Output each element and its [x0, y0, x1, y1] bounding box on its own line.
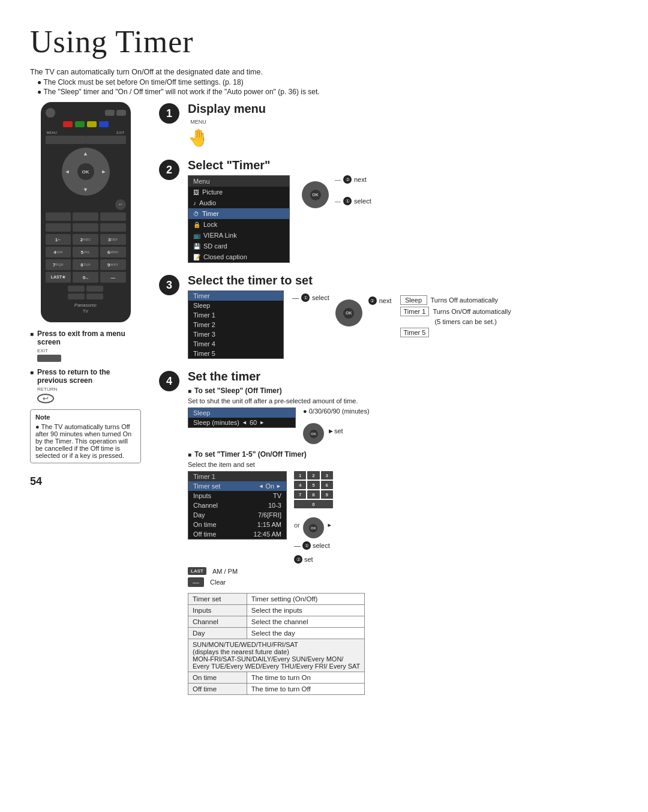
menu-btn-label: MENU: [188, 119, 209, 125]
timer15-sub-title: To set "Timer 1-5" (On/Off Timer): [188, 450, 618, 459]
sleep-label: Sleep: [400, 295, 427, 305]
ann-2-circle: ②: [343, 175, 352, 184]
desc-timerset-value: Timer setting (On/Off): [247, 594, 365, 605]
num-4[interactable]: 4GHI: [46, 247, 71, 257]
ns-5[interactable]: 5: [307, 481, 319, 489]
remote-wide-btn-1[interactable]: [46, 136, 86, 144]
ns-0[interactable]: 0: [294, 500, 333, 508]
remote-mid-btn-2[interactable]: [73, 212, 98, 221]
remote-column: MENU EXIT ▲ ▼ ◄ ► OK ↩: [30, 102, 141, 712]
remote-mid-btn-4[interactable]: [46, 223, 71, 232]
timer15-row-5: Off time 12:45 AM: [188, 529, 286, 539]
dpad-left[interactable]: ◄: [65, 169, 70, 175]
timer15-controls: Timer 1 Timer set ◄ On ►: [188, 471, 618, 564]
num-1[interactable]: 1●-: [46, 234, 71, 245]
remote-mid-btn-6[interactable]: [100, 223, 126, 232]
sleep-sub-title: To set "Sleep" (Off Timer): [188, 386, 618, 395]
ns-2[interactable]: 2: [307, 471, 319, 480]
step-4-circle: 4: [159, 371, 179, 391]
num-last[interactable]: LAST★: [46, 272, 71, 283]
press-return-block: Press to return to the previous screen R…: [30, 368, 141, 403]
remote-bottom-btn-4[interactable]: [86, 293, 103, 299]
remote-bottom-btn-1[interactable]: [68, 286, 85, 292]
desc-row-timerset: Timer set Timer setting (On/Off): [188, 594, 365, 605]
num-7[interactable]: 7PQR: [46, 259, 71, 270]
timer15-row-3: Day7/6[FRI]: [188, 510, 286, 520]
ns-3[interactable]: 3: [321, 471, 333, 480]
step2-annotations: — ② next — ① select: [335, 175, 371, 205]
dpad[interactable]: ▲ ▼ ◄ ► OK: [62, 148, 110, 196]
dash-btn[interactable]: —: [188, 577, 204, 587]
remote-green-btn[interactable]: [75, 121, 85, 127]
num-3[interactable]: 3DEF: [100, 234, 126, 245]
remote-top-btn-1[interactable]: [105, 110, 115, 116]
sleep-timer-desc: Sleep Turns Off automatically Timer 1 Tu…: [400, 295, 511, 337]
step-1-circle: 1: [159, 103, 179, 124]
menu-item-lock: 🔒 Lock: [188, 219, 289, 230]
remote-yellow-btn[interactable]: [87, 121, 97, 127]
menu-item-timer: ⏱ Timer: [188, 208, 289, 219]
desc-timerset-label: Timer set: [188, 594, 247, 605]
step3-inner: Timer Sleep Timer 1 Timer 2 Timer 3 Time…: [188, 290, 618, 359]
step3-ok-btn[interactable]: OK: [335, 299, 362, 326]
step2-ok-btn[interactable]: OK: [302, 181, 329, 208]
desc-inputs-value: Select the inputs: [247, 605, 365, 616]
num-dash[interactable]: —: [100, 272, 126, 283]
desc-ontime-value: The time to turn On: [247, 672, 365, 684]
dpad-down[interactable]: ▼: [83, 187, 88, 193]
ns-7[interactable]: 7: [294, 490, 306, 499]
menu-btn-area: MENU 🤚: [188, 119, 209, 148]
num-8[interactable]: 8TUV: [73, 259, 98, 270]
timer1-label: Timer 1: [400, 307, 430, 316]
timer15-row-2: Channel10-3: [188, 501, 286, 510]
num-0[interactable]: 0-.: [73, 272, 98, 283]
last-btn[interactable]: LAST: [188, 567, 206, 575]
menu-item-sd: 💾 SD card: [188, 241, 289, 251]
sleep-left-arrow[interactable]: ◄: [242, 420, 247, 426]
menu-item-picture: 🖼 Picture: [188, 187, 289, 197]
timer15-numpad-area: 1 2 3 4 5 6 7 8 9 0: [294, 471, 333, 564]
return-btn[interactable]: ↩: [115, 199, 126, 210]
desc-row-inputs: Inputs Select the inputs: [188, 605, 365, 616]
remote-power-btn[interactable]: [46, 108, 55, 118]
exit-label-remote: EXIT: [116, 131, 124, 134]
sleep-sub-desc: Set to shut the unit off after a pre-sel…: [188, 397, 618, 404]
dpad-up[interactable]: ▲: [83, 151, 88, 157]
ns-9[interactable]: 9: [321, 490, 333, 499]
desc-row-day: Day Select the day: [188, 628, 365, 639]
dpad-right[interactable]: ►: [101, 169, 107, 175]
ns-8[interactable]: 8: [307, 490, 319, 499]
remote-bottom-btn-3[interactable]: [68, 293, 85, 299]
remote-red-btn[interactable]: [63, 121, 73, 127]
sleep-ok-inner: OK: [310, 430, 318, 438]
timer15-row-1: InputsTV: [188, 491, 286, 501]
remote-wide-btn-2[interactable]: [86, 136, 126, 144]
ok-button[interactable]: OK: [77, 163, 94, 180]
intro-bullet-1: The Clock must be set before On time/Off…: [37, 78, 618, 86]
desc-day-label: Day: [188, 628, 247, 639]
num-9[interactable]: 9WXY: [100, 259, 126, 270]
step-3-title: Select the timer to set: [188, 274, 618, 287]
remote-blue-btn[interactable]: [99, 121, 109, 127]
num-2[interactable]: 2ABC: [73, 234, 98, 245]
step-4-block: 4 Set the timer To set "Sleep" (Off Time…: [159, 370, 618, 701]
sleep-subsection: To set "Sleep" (Off Timer) Set to shut t…: [188, 386, 618, 444]
ns-1[interactable]: 1: [294, 471, 306, 480]
timer15-ok-row: or OK ►: [294, 511, 333, 538]
desc-row-offtime: Off time The time to turn Off: [188, 684, 365, 695]
ns-6[interactable]: 6: [321, 481, 333, 489]
remote-bottom-btn-2[interactable]: [86, 286, 103, 292]
remote-mid-btn-1[interactable]: [46, 212, 71, 221]
remote-mid-btn-5[interactable]: [73, 223, 98, 232]
remote-mid-btn-3[interactable]: [100, 212, 126, 221]
num-5[interactable]: 5JKL: [73, 247, 98, 257]
sleep-ok-btn[interactable]: OK: [303, 423, 324, 444]
timer15-ok-btn[interactable]: OK: [303, 517, 324, 538]
ns-4[interactable]: 4: [294, 481, 306, 489]
sleep-right-arrow[interactable]: ►: [259, 420, 265, 426]
note-text: The TV automatically turns Off after 90 …: [35, 423, 136, 459]
timer5-label: Timer 5: [400, 328, 430, 337]
num-6[interactable]: 6MNO: [100, 247, 126, 257]
timer15-numpad: 1 2 3 4 5 6 7 8 9 0: [294, 471, 333, 508]
remote-top-btn-2[interactable]: [116, 110, 126, 116]
